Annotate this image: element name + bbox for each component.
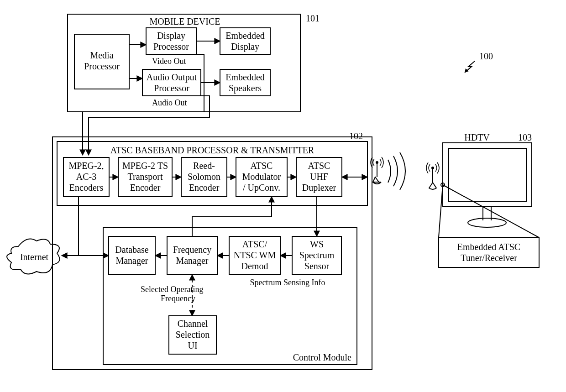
svg-text:Embedded: Embedded [225,72,265,82]
ref-101-label: 101 [306,13,320,23]
svg-text:Tuner/Receiver: Tuner/Receiver [461,253,517,263]
svg-text:Demod: Demod [241,261,268,271]
control-module-group: Control Module Database Manager Frequenc… [103,228,357,365]
svg-point-30 [376,161,378,164]
svg-point-55 [468,218,506,227]
svg-text:MPEG-2,: MPEG-2, [68,161,104,171]
svg-text:Reed-: Reed- [193,161,215,171]
mobile-device-group: MOBILE DEVICE 101 Media Processor Displa… [68,13,320,112]
svg-text:Encoders: Encoders [69,183,104,193]
svg-text:UI: UI [188,340,197,350]
svg-text:Display: Display [157,31,185,41]
svg-text:Frequency: Frequency [173,245,211,255]
ref-102-label: 102 [349,131,363,141]
svg-rect-52 [449,148,526,201]
svg-text:Encoder: Encoder [130,183,161,193]
svg-text:Processor: Processor [84,61,120,71]
svg-text:Encoder: Encoder [189,183,220,193]
svg-text:Processor: Processor [154,83,189,93]
svg-text:Selected Operating: Selected Operating [141,285,203,294]
svg-text:Duplexer: Duplexer [302,183,336,193]
atsc-processor-group: 102 ATSC BASEBAND PROCESSOR & TRANSMITTE… [57,131,367,205]
svg-text:/ UpConv.: / UpConv. [243,183,280,193]
svg-text:WS: WS [310,239,324,249]
hdtv-group: HDTV 103 Embedded ATSC Tuner/Receiver [426,132,539,267]
svg-text:MPEG-2 TS: MPEG-2 TS [122,161,168,171]
svg-text:Sensor: Sensor [304,261,330,271]
svg-text:Audio Out: Audio Out [152,98,187,107]
svg-text:Modulator: Modulator [242,172,281,182]
svg-text:ATSC: ATSC [251,161,273,171]
svg-point-57 [431,167,434,169]
svg-text:Speakers: Speakers [229,83,262,94]
svg-text:Media: Media [90,50,113,60]
internet-cloud-icon: Internet [7,239,60,274]
ref-103-label: 103 [518,132,532,142]
svg-text:HDTV: HDTV [464,132,490,142]
hdtv-antenna-icon [426,162,439,189]
svg-text:Embedded: Embedded [225,31,265,41]
svg-text:NTSC WM: NTSC WM [234,250,276,260]
svg-text:Internet: Internet [20,252,49,262]
svg-line-60 [443,185,539,237]
svg-text:Solomon: Solomon [188,172,220,182]
svg-text:ATSC: ATSC [308,161,330,171]
ref-100-label: 100 [479,51,493,61]
svg-text:ATSC/: ATSC/ [242,239,267,249]
svg-text:UHF: UHF [310,172,328,182]
svg-text:Database: Database [115,245,148,255]
svg-text:Audio Output: Audio Output [147,72,197,83]
svg-text:Video Out: Video Out [152,57,186,66]
svg-text:Selection: Selection [176,329,210,340]
svg-text:Spectrum Sensing Info: Spectrum Sensing Info [250,278,325,287]
svg-text:Display: Display [231,42,259,52]
svg-text:Transport: Transport [127,172,162,182]
svg-text:Processor: Processor [153,42,189,52]
svg-line-59 [439,185,443,237]
svg-text:Frequency: Frequency [161,294,195,303]
transmitter-antenna-icon [371,152,405,190]
diagram-canvas: 100 MOBILE DEVICE 101 Media Processor Di… [0,0,566,392]
svg-rect-51 [443,143,532,207]
svg-text:Manager: Manager [176,256,208,266]
atsc-header-label: ATSC BASEBAND PROCESSOR & TRANSMITTER [110,145,314,155]
svg-text:Manager: Manager [115,256,148,266]
mobile-device-title: MOBILE DEVICE [150,16,220,26]
svg-text:Spectrum: Spectrum [299,250,335,261]
svg-text:Embedded ATSC: Embedded ATSC [457,242,520,252]
svg-text:Channel: Channel [178,319,208,329]
svg-text:AC-3: AC-3 [76,172,96,182]
control-module-label: Control Module [293,352,351,362]
